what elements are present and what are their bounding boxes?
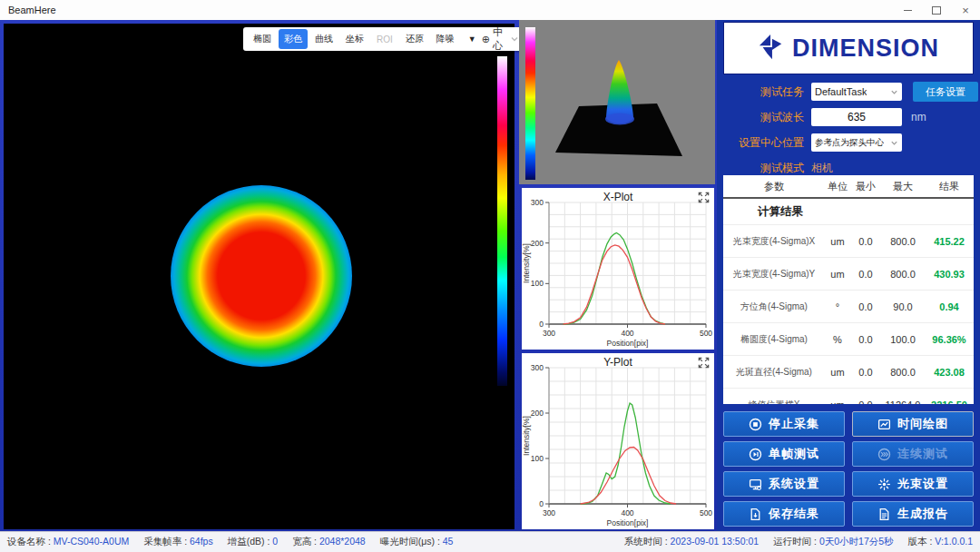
cell-min: 0.0 [850,291,881,323]
svg-text:Intensity[%]: Intensity[%] [522,243,531,283]
svg-text:400: 400 [621,508,633,518]
close-button[interactable]: × [951,0,980,20]
cell-unit: um [825,225,850,258]
stop-icon [749,418,762,431]
cell-param: 椭圆度(4-Sigma) [723,323,825,356]
cell-result: 96.36% [925,323,974,356]
app-title: BeamHere [8,5,56,15]
toolbar-button-1[interactable]: 彩色 [279,29,308,49]
table-row-5: 峰值位置横Xum0.011264.02216.50 [723,389,974,405]
cell-max: 11264.0 [881,389,925,405]
svg-text:300: 300 [543,329,555,338]
toolbar-center-button[interactable]: ⊕ 中心 [482,25,503,53]
task-select-value: DefaultTask [815,86,867,97]
chevron-down-icon [890,139,898,147]
table-row-2: 方位角(4-Sigma)°0.090.00.94 [723,291,974,323]
stop-button[interactable]: 停止采集 [723,411,845,437]
results-table: 参数 单位 最小 最大 结果 计算结果 光束宽度(4-Sigma)Xum0.08… [723,175,974,404]
col-param: 参数 [723,175,825,198]
continuous-test-icon [877,448,891,461]
cell-param: 光斑直径(4-Sigma) [723,356,825,389]
toolbar-buttons: 椭圆彩色曲线坐标ROI还原降噪 [247,29,461,49]
toolbar-button-0[interactable]: 椭圆 [248,29,277,49]
toolbar-button-2[interactable]: 曲线 [309,29,338,49]
y-plot-panel[interactable]: 3004005000100200300Position[pix]Intensit… [522,353,714,529]
expand-icon[interactable] [697,356,710,370]
col-unit: 单位 [825,175,850,198]
toolbar-button-4[interactable]: ROI [371,31,398,48]
task-select[interactable]: DefaultTask [811,83,902,101]
action-button-label: 生成报告 [897,506,948,522]
table-row-1: 光束宽度(4-Sigma)Yum0.0800.0430.93 [723,258,974,291]
toolbar-chevron-down-icon[interactable] [510,34,519,44]
svg-text:200: 200 [531,239,544,248]
beam-spot-image [171,185,352,367]
image-toolbar: 椭圆彩色曲线坐标ROI还原降噪 ▼ ⊕ 中心 [243,27,524,51]
system-settings-icon [749,478,762,491]
single-frame-button[interactable]: 单帧测试 [723,441,845,467]
action-button-label: 时间绘图 [897,416,948,432]
save-results-icon [749,508,762,521]
beam-settings-button[interactable]: 光束设置 [852,471,974,497]
save-results-button[interactable]: 保存结果 [723,501,845,527]
x-plot-title: X-Plot [522,191,714,203]
wavelength-row: 测试波长 nm [717,107,980,127]
crosshair-icon: ⊕ [482,34,490,45]
center-position-row: 设置中心位置 参考点为探头中心 [717,133,980,153]
task-settings-button[interactable]: 任务设置 [913,82,978,102]
cell-result: 2216.50 [925,389,974,405]
results-group-header: 计算结果 [723,198,974,225]
wavelength-input[interactable] [811,108,902,126]
surface-3d-peak-base [605,113,634,125]
status-right-2: 版本 : V:1.0.0.1 [908,536,973,548]
toolbar-button-6[interactable]: 降噪 [431,29,460,49]
time-plot-button[interactable]: 时间绘图 [852,411,974,437]
wavelength-unit: nm [911,111,926,123]
maximize-button[interactable] [922,0,951,20]
minimize-button[interactable] [893,0,922,20]
center-position-select[interactable]: 参考点为探头中心 [811,133,902,152]
status-bar: 设备名称 : MV-CS040-A0UM采集帧率 : 64fps增益(dB) :… [0,531,980,552]
intensity-colorbar [497,56,507,386]
cell-max: 100.0 [881,323,925,356]
cell-unit: % [825,323,850,356]
status-left-4: 曝光时间(μs) : 45 [380,536,454,548]
cell-min: 0.0 [850,356,881,389]
beam-image-panel[interactable]: 椭圆彩色曲线坐标ROI还原降噪 ▼ ⊕ 中心 [4,24,514,529]
center-position-label: 设置中心位置 [717,135,804,151]
report-icon [877,508,891,521]
toolbar-button-5[interactable]: 还原 [400,29,429,49]
col-result: 结果 [925,175,974,198]
surface-3d-panel[interactable] [519,20,715,184]
cell-max: 90.0 [881,291,925,323]
cell-unit: um [825,389,850,405]
mode-value: 相机 [811,161,833,176]
col-max: 最大 [881,175,925,198]
expand-icon[interactable] [697,191,710,204]
action-button-label: 保存结果 [769,506,819,522]
system-settings-button[interactable]: 系统设置 [723,471,845,497]
center-position-value: 参考点为探头中心 [815,137,884,149]
status-right-0: 系统时间 : 2023-09-01 13:50:01 [624,536,759,548]
action-button-label: 连续测试 [897,446,948,462]
cell-unit: um [825,356,850,389]
cell-result: 0.94 [925,291,974,323]
cell-result: 415.22 [925,225,974,258]
toolbar-dropdown-caret-icon[interactable]: ▼ [468,34,476,44]
title-bar: BeamHere × [0,0,980,21]
report-button[interactable]: 生成报告 [852,501,974,527]
status-left: 设备名称 : MV-CS040-A0UM采集帧率 : 64fps增益(dB) :… [7,536,467,548]
control-panel: DIMENSION 测试任务 DefaultTask 任务设置 测试波长 nm … [717,20,980,531]
action-button-label: 系统设置 [769,476,819,492]
toolbar-button-3[interactable]: 坐标 [340,29,369,49]
cell-unit: ° [825,291,850,323]
status-right-1: 运行时间 : 0天0小时17分5秒 [773,536,893,548]
x-plot-chart: 3004005000100200300Position[pix]Intensit… [522,188,714,350]
svg-text:200: 200 [531,409,544,418]
svg-text:500: 500 [700,329,712,338]
x-plot-panel[interactable]: 3004005000100200300Position[pix]Intensit… [522,188,714,350]
cell-param: 光束宽度(4-Sigma)Y [723,258,825,291]
svg-text:500: 500 [700,508,712,518]
surface-3d-colorbar [525,27,535,180]
surface-3d-view [519,20,715,184]
